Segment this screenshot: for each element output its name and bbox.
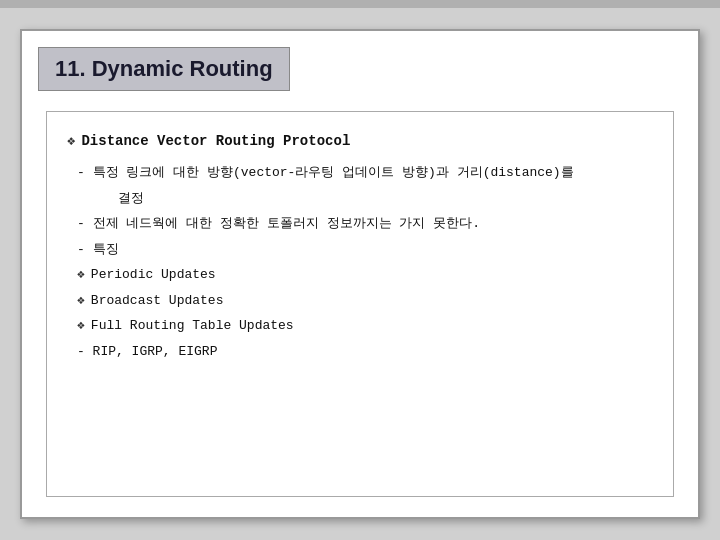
- top-bar: [0, 0, 720, 8]
- item-text: 결정: [87, 191, 144, 206]
- item-text: Broadcast Updates: [91, 291, 224, 311]
- slide-title-box: 11. Dynamic Routing: [38, 47, 290, 91]
- section-title-text: Distance Vector Routing Protocol: [81, 133, 350, 149]
- section-icon: ❖: [67, 132, 75, 149]
- item-text: 전제 네드웍에 대한 정확한 토폴러지 정보까지는 가지 못한다.: [93, 216, 480, 231]
- list-item: ❖ Full Routing Table Updates: [67, 316, 653, 336]
- slide-content: ❖ Distance Vector Routing Protocol 특정 링크…: [46, 111, 674, 497]
- bullet-list: 특정 링크에 대한 방향(vector-라우팅 업데이트 방향)과 거리(dis…: [67, 163, 653, 361]
- list-item: 전제 네드웍에 대한 정확한 토폴러지 정보까지는 가지 못한다.: [67, 214, 653, 234]
- list-item: 결정: [67, 189, 653, 209]
- bullet-marker: ❖: [77, 265, 85, 285]
- slide-title: 11. Dynamic Routing: [55, 56, 273, 81]
- bullet-marker: ❖: [77, 291, 85, 311]
- slide: 11. Dynamic Routing ❖ Distance Vector Ro…: [20, 29, 700, 519]
- list-item: 특정 링크에 대한 방향(vector-라우팅 업데이트 방향)과 거리(dis…: [67, 163, 653, 183]
- bullet-marker: ❖: [77, 316, 85, 336]
- slide-container: 11. Dynamic Routing ❖ Distance Vector Ro…: [0, 8, 720, 540]
- item-text: Periodic Updates: [91, 265, 216, 285]
- list-item: 특징: [67, 240, 653, 260]
- list-item: ❖ Broadcast Updates: [67, 291, 653, 311]
- section-heading: ❖ Distance Vector Routing Protocol: [67, 132, 653, 149]
- item-text: RIP, IGRP, EIGRP: [93, 344, 218, 359]
- item-text: 특징: [93, 242, 119, 257]
- item-text: 특정 링크에 대한 방향(vector-라우팅 업데이트 방향)과 거리(dis…: [93, 165, 574, 180]
- item-text: Full Routing Table Updates: [91, 316, 294, 336]
- list-item: RIP, IGRP, EIGRP: [67, 342, 653, 362]
- list-item: ❖ Periodic Updates: [67, 265, 653, 285]
